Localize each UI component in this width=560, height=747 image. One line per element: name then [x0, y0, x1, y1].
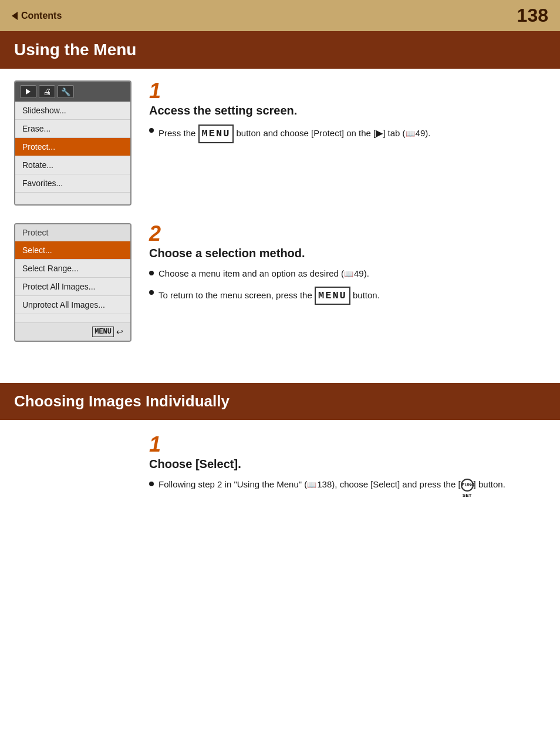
arrow-left-icon	[12, 12, 18, 20]
protect-header: Protect	[15, 224, 130, 241]
bullet-dot	[149, 128, 154, 133]
step2-bullet-2: To return to the menu screen, press the …	[149, 287, 546, 305]
camera-screen-1: 🖨 🔧 Slideshow... Erase... Protect... Rot…	[14, 80, 131, 206]
section2-step1-title: Choose [Select].	[149, 457, 546, 471]
book-icon-2: 📖	[344, 268, 353, 280]
step2-number: 2	[149, 223, 546, 244]
protect-item-protect-all[interactable]: Protect All Images...	[15, 278, 130, 296]
menu-item-erase[interactable]: Erase...	[15, 120, 130, 138]
step2-bullet-1: Choose a menu item and an option as desi…	[149, 267, 546, 281]
section2-content: 1 Choose [Select]. Following step 2 in "…	[0, 420, 560, 512]
print-tab[interactable]: 🖨	[39, 85, 55, 98]
step1-bullet-text: Press the MENU button and choose [Protec…	[158, 124, 430, 143]
section2-step1-number: 1	[149, 434, 546, 455]
func-set-button: FUNCSET	[461, 479, 474, 492]
section1-title: Using the Menu	[14, 41, 546, 59]
bullet-dot-2b	[149, 290, 154, 295]
camera-tabs: 🖨 🔧	[15, 82, 130, 102]
section1-header: Using the Menu	[0, 31, 560, 69]
step1-bullet-1: Press the MENU button and choose [Protec…	[149, 124, 546, 143]
protect-item-select-range[interactable]: Select Range...	[15, 260, 130, 278]
section2-bullet-1: Following step 2 in "Using the Menu" (📖1…	[149, 478, 546, 492]
return-icon: ↩	[116, 327, 123, 337]
content-area: 🖨 🔧 Slideshow... Erase... Protect... Rot…	[0, 69, 560, 371]
bullet-dot-3	[149, 482, 154, 486]
menu-item-favorites[interactable]: Favorites...	[15, 174, 130, 193]
step2-bullet-text-1: Choose a menu item and an option as desi…	[158, 267, 369, 281]
section2-step1: 1 Choose [Select]. Following step 2 in "…	[149, 434, 546, 497]
step2-section: Protect Select... Select Range... Protec…	[14, 223, 546, 342]
section2-title: Choosing Images Individually	[14, 392, 546, 410]
step1-bullets: Press the MENU button and choose [Protec…	[149, 124, 546, 143]
bullet-dot-2a	[149, 271, 154, 275]
top-navigation: Contents 138	[0, 0, 560, 31]
contents-label: Contents	[21, 11, 62, 21]
step1-description: 1 Access the setting screen. Press the M…	[149, 80, 546, 149]
step2-bullets: Choose a menu item and an option as desi…	[149, 267, 546, 305]
menu-item-slideshow[interactable]: Slideshow...	[15, 102, 130, 120]
section2-header: Choosing Images Individually	[0, 383, 560, 420]
step1-title: Access the setting screen.	[149, 104, 546, 117]
book-icon-1: 📖	[406, 128, 415, 140]
print-icon: 🖨	[43, 87, 51, 96]
step2-description: 2 Choose a selection method. Choose a me…	[149, 223, 546, 311]
section2-bullet-text: Following step 2 in "Using the Menu" (📖1…	[158, 478, 505, 492]
menu-item-rotate[interactable]: Rotate...	[15, 156, 130, 174]
step2-title: Choose a selection method.	[149, 247, 546, 260]
menu-item-protect[interactable]: Protect...	[15, 138, 130, 156]
contents-button[interactable]: Contents	[12, 11, 62, 21]
menu-footer-label: MENU	[92, 327, 114, 337]
settings-tab[interactable]: 🔧	[58, 85, 74, 98]
step2-bullet-text-2: To return to the menu screen, press the …	[158, 287, 380, 305]
protect-item-unprotect-all[interactable]: Unprotect All Images...	[15, 296, 130, 314]
protect-item-select[interactable]: Select...	[15, 241, 130, 260]
page-number: 138	[517, 5, 548, 26]
menu-label: MENU	[198, 124, 234, 143]
step1-section: 🖨 🔧 Slideshow... Erase... Protect... Rot…	[14, 80, 546, 206]
section2-step1-bullets: Following step 2 in "Using the Menu" (📖1…	[149, 478, 546, 492]
wrench-icon: 🔧	[61, 88, 70, 96]
book-icon-3: 📖	[307, 479, 316, 491]
step1-number: 1	[149, 80, 546, 102]
protect-footer: MENU ↩	[15, 322, 130, 341]
menu-label-2: MENU	[315, 287, 350, 305]
protect-screen: Protect Select... Select Range... Protec…	[14, 223, 131, 342]
play-icon	[26, 89, 31, 95]
play-tab[interactable]	[20, 85, 36, 98]
